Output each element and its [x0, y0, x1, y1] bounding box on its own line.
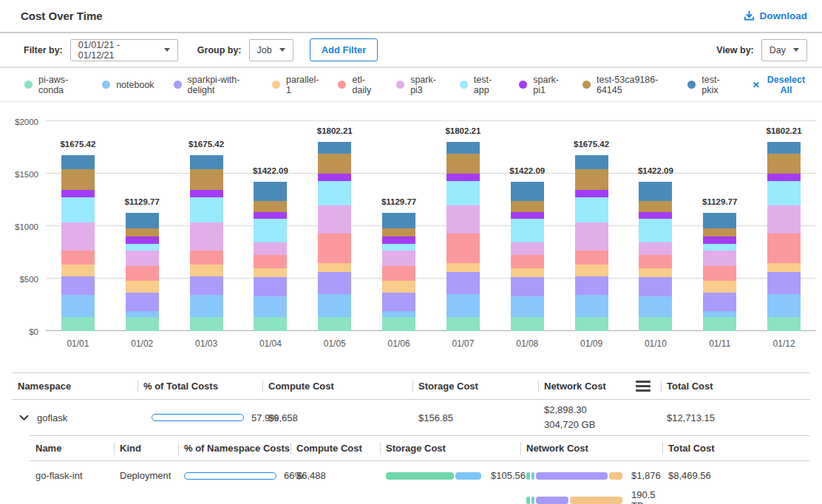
stacked-bar-01/03[interactable]	[190, 155, 223, 331]
bar-segment-spark-pi1[interactable]	[190, 190, 223, 197]
bar-segment-spark-pi1[interactable]	[767, 174, 801, 181]
bar-segment-spark-pi1[interactable]	[318, 174, 351, 181]
bar-segment-pi-aws-conda[interactable]	[767, 317, 801, 330]
bar-segment-notebook[interactable]	[382, 311, 415, 317]
view-by-dropdown[interactable]: Day	[761, 39, 807, 61]
bar-segment-notebook[interactable]	[126, 311, 159, 317]
bar-segment-etl-daily[interactable]	[639, 255, 672, 268]
bar-segment-parallel-1[interactable]	[61, 265, 95, 276]
bar-segment-parallel-1[interactable]	[190, 265, 223, 276]
bar-segment-test-app[interactable]	[190, 197, 223, 222]
bar-segment-sparkpi-with-delight[interactable]	[318, 272, 351, 294]
bar-segment-pi-aws-conda[interactable]	[61, 317, 95, 330]
stacked-bar-01/06[interactable]	[382, 213, 415, 331]
bar-segment-pi-aws-conda[interactable]	[511, 317, 544, 331]
bar-segment-test-app[interactable]	[61, 197, 95, 222]
chevron-down-icon[interactable]	[18, 413, 30, 423]
stacked-bar-01/04[interactable]	[254, 182, 287, 331]
bar-segment-parallel-1[interactable]	[254, 268, 287, 277]
bar-segment-sparkpi-with-delight[interactable]	[575, 276, 608, 295]
bar-segment-sparkpi-with-delight[interactable]	[382, 293, 415, 312]
bar-segment-notebook[interactable]	[61, 295, 95, 317]
bar-segment-test-app[interactable]	[511, 219, 544, 242]
bar-segment-notebook[interactable]	[446, 294, 480, 317]
bar-segment-pi-aws-conda[interactable]	[575, 317, 608, 330]
bar-segment-sparkpi-with-delight[interactable]	[61, 276, 95, 295]
bar-segment-notebook[interactable]	[575, 295, 608, 317]
bar-segment-test-53ca9186-64145[interactable]	[446, 154, 480, 174]
bar-segment-etl-daily[interactable]	[126, 266, 159, 281]
bar-segment-test-pkix[interactable]	[61, 155, 95, 169]
bar-segment-etl-daily[interactable]	[575, 251, 608, 265]
legend-item-etl-daily[interactable]: etl-daily	[338, 75, 377, 95]
bar-segment-parallel-1[interactable]	[511, 268, 544, 277]
stacked-bar-01/07[interactable]	[446, 142, 480, 331]
legend-item-test-pkix[interactable]: test-pkix	[687, 75, 729, 95]
stacked-bar-01/12[interactable]	[767, 142, 801, 331]
bar-segment-pi-aws-conda[interactable]	[254, 317, 287, 331]
bar-segment-spark-pi3[interactable]	[382, 251, 415, 266]
bar-segment-test-app[interactable]	[254, 219, 287, 242]
bar-segment-spark-pi1[interactable]	[639, 212, 672, 219]
bar-segment-test-pkix[interactable]	[190, 155, 223, 169]
legend-item-notebook[interactable]: notebook	[102, 80, 154, 90]
bar-segment-etl-daily[interactable]	[318, 234, 351, 263]
stacked-bar-01/11[interactable]	[703, 213, 736, 331]
bar-segment-etl-daily[interactable]	[446, 234, 480, 263]
bar-segment-test-app[interactable]	[126, 244, 159, 251]
group-by-dropdown[interactable]: Job	[249, 39, 293, 61]
stacked-bar-01/05[interactable]	[318, 142, 351, 331]
bar-segment-notebook[interactable]	[318, 294, 351, 317]
bar-segment-spark-pi1[interactable]	[511, 212, 544, 219]
stacked-bar-01/01[interactable]	[61, 155, 95, 331]
bar-segment-test-pkix[interactable]	[382, 213, 415, 228]
bar-segment-pi-aws-conda[interactable]	[190, 317, 223, 330]
bar-segment-test-53ca9186-64145[interactable]	[703, 228, 736, 236]
legend-item-test-53ca9186-64145[interactable]: test-53ca9186-64145	[582, 75, 668, 95]
table-row-goflask[interactable]: goflask 57.9% $9,658 $156.85 $2,898.30 3…	[12, 400, 810, 435]
bar-segment-pi-aws-conda[interactable]	[318, 317, 351, 330]
stacked-bar-01/10[interactable]	[639, 182, 672, 331]
bar-segment-spark-pi3[interactable]	[254, 242, 287, 255]
bar-segment-etl-daily[interactable]	[190, 251, 223, 265]
bar-segment-spark-pi3[interactable]	[126, 251, 159, 266]
bar-segment-parallel-1[interactable]	[382, 281, 415, 293]
bar-segment-test-53ca9186-64145[interactable]	[639, 201, 672, 212]
deselect-all-button[interactable]: ✕ Deselect All	[753, 75, 807, 95]
bar-segment-test-app[interactable]	[639, 219, 672, 242]
bar-segment-test-app[interactable]	[446, 181, 480, 205]
stacked-bar-01/02[interactable]	[126, 213, 159, 331]
bar-segment-test-53ca9186-64145[interactable]	[575, 169, 608, 190]
bar-segment-spark-pi3[interactable]	[61, 222, 95, 251]
table-row-go-flask-int[interactable]: go-flask-int Deployment 66% $6,488 $105.…	[30, 461, 810, 504]
bar-segment-test-pkix[interactable]	[767, 142, 801, 154]
bar-segment-pi-aws-conda[interactable]	[639, 317, 672, 331]
bar-segment-test-53ca9186-64145[interactable]	[190, 169, 223, 190]
bar-segment-test-53ca9186-64145[interactable]	[126, 228, 159, 236]
bar-segment-etl-daily[interactable]	[511, 255, 544, 268]
bar-segment-pi-aws-conda[interactable]	[703, 317, 736, 330]
bar-segment-notebook[interactable]	[639, 296, 672, 317]
bar-segment-sparkpi-with-delight[interactable]	[190, 276, 223, 295]
bar-segment-test-app[interactable]	[703, 244, 736, 251]
date-range-dropdown[interactable]: 01/01/21 - 01/12/21	[70, 39, 178, 61]
bar-segment-parallel-1[interactable]	[575, 265, 608, 276]
bar-segment-test-pkix[interactable]	[639, 182, 672, 201]
bar-segment-etl-daily[interactable]	[703, 266, 736, 281]
bar-segment-spark-pi1[interactable]	[126, 236, 159, 245]
bar-segment-test-app[interactable]	[575, 197, 608, 222]
bar-segment-parallel-1[interactable]	[126, 281, 159, 293]
legend-item-spark-pi3[interactable]: spark-pi3	[396, 75, 441, 95]
download-button[interactable]: Download	[744, 10, 808, 21]
bar-segment-sparkpi-with-delight[interactable]	[767, 272, 801, 294]
bar-segment-test-pkix[interactable]	[126, 213, 159, 228]
bar-segment-etl-daily[interactable]	[254, 255, 287, 268]
bar-segment-pi-aws-conda[interactable]	[446, 317, 480, 330]
bar-segment-spark-pi3[interactable]	[575, 222, 608, 251]
bar-segment-test-app[interactable]	[318, 181, 351, 205]
bar-segment-sparkpi-with-delight[interactable]	[639, 277, 672, 296]
bar-segment-spark-pi3[interactable]	[446, 205, 480, 234]
bar-segment-test-pkix[interactable]	[703, 213, 736, 228]
bar-segment-notebook[interactable]	[703, 311, 736, 317]
bar-segment-sparkpi-with-delight[interactable]	[126, 293, 159, 312]
